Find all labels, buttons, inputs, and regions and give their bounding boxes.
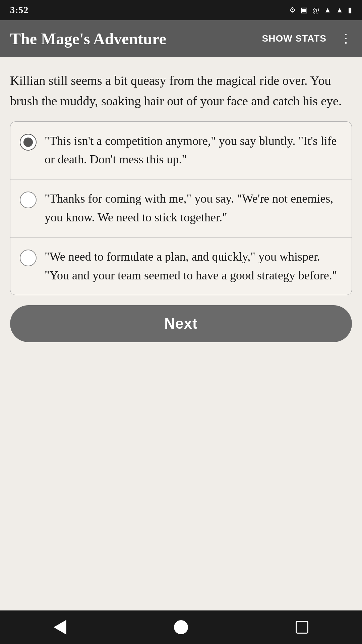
radio-inner-1 [23,138,33,147]
choice-text-1: "This isn't a competition anymore," you … [45,132,342,169]
choice-item-2[interactable]: "Thanks for coming with me," you say. "W… [10,179,352,237]
sim-icon: ▣ [301,6,308,14]
back-button[interactable] [54,620,66,635]
signal-icon: ▲ [336,6,343,14]
status-time: 3:52 [10,5,28,15]
choice-item-1[interactable]: "This isn't a competition anymore," you … [10,122,352,180]
choice-text-2: "Thanks for coming with me," you say. "W… [45,190,342,227]
status-icons: ⚙ ▣ @ ▲ ▲ ▮ [289,6,352,14]
app-title: The Mage's Adventure [10,30,166,48]
next-button[interactable]: Next [10,305,352,342]
main-content: Killian still seems a bit queasy from th… [0,57,362,610]
choices-container: "This isn't a competition anymore," you … [10,121,352,296]
app-bar-actions: SHOW STATS ⋮ [262,32,352,46]
more-options-icon[interactable]: ⋮ [340,32,352,46]
radio-button-1[interactable] [20,134,37,151]
choice-text-3: "We need to formulate a plan, and quickl… [45,248,342,285]
at-icon: @ [312,6,319,14]
wifi-icon: ▲ [324,6,331,14]
narrative-text: Killian still seems a bit queasy from th… [10,70,352,111]
app-bar: The Mage's Adventure SHOW STATS ⋮ [0,20,362,57]
battery-icon: ▮ [348,6,352,14]
radio-button-2[interactable] [20,192,37,208]
status-bar: 3:52 ⚙ ▣ @ ▲ ▲ ▮ [0,0,362,20]
home-button[interactable] [174,620,188,634]
choice-item-3[interactable]: "We need to formulate a plan, and quickl… [10,237,352,295]
show-stats-button[interactable]: SHOW STATS [262,33,326,44]
nav-bar [0,610,362,644]
radio-button-3[interactable] [20,250,37,266]
settings-icon: ⚙ [289,6,296,14]
recents-button[interactable] [296,621,308,634]
